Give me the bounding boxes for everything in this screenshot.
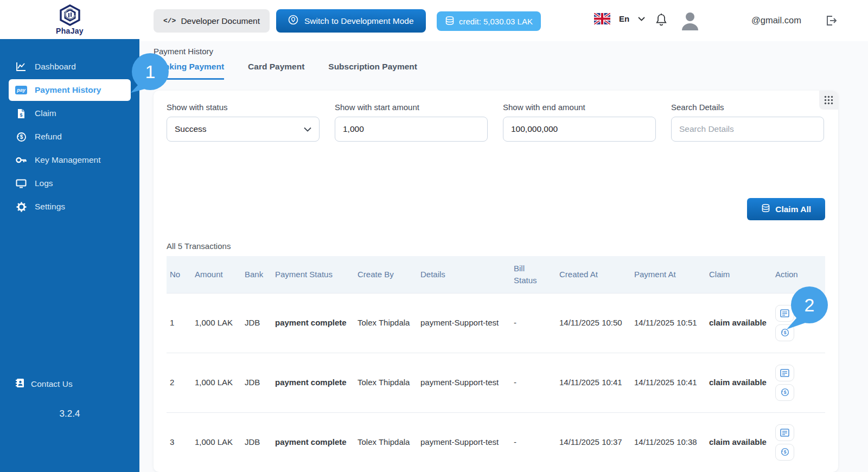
developer-document-button[interactable]: </> Developer Document [154,9,270,33]
search-details-label: Search Details [671,103,824,112]
refund-icon: $ [15,131,27,142]
credit-chip[interactable]: credit: 5,030.03 LAK [437,11,541,31]
col-no: No [167,256,190,293]
cell-details: payment-Support-test [416,353,509,412]
col-created-at: Created At [555,256,630,293]
end-amount-input[interactable] [503,117,656,142]
table-row: 21,000 LAKJDBpayment completeTolex Thipd… [167,353,825,412]
sidebar-item-contact-us[interactable]: Contact Us [9,378,79,390]
cell-create-by: Tolex Thipdala [353,293,416,353]
main-content: Payment History Banking Payment Card Pay… [139,41,868,472]
search-details-input[interactable] [671,117,824,142]
status-select[interactable]: Success [167,117,320,142]
contact-book-icon [15,378,24,390]
logout-icon[interactable] [825,14,838,29]
phajay-logo-icon [58,4,82,26]
cell-payment-at: 14/11/2025 10:38 [630,412,705,472]
sidebar-item-label: Claim [35,109,56,118]
svg-text:$: $ [783,330,786,335]
uk-flag-icon [594,13,610,24]
col-details: Details [416,256,509,293]
cell-payment-status: payment complete [271,412,353,472]
refund-button[interactable]: $ [775,444,794,461]
status-select-value: Success [175,124,207,134]
cell-bank: JDB [240,353,271,412]
start-amount-input[interactable] [335,117,488,142]
chart-line-icon [15,61,27,72]
cell-created-at: 14/11/2025 10:41 [555,353,630,412]
start-amount-label: Show with start amount [335,103,488,112]
sidebar-item-key-management[interactable]: Key Management [9,149,131,171]
cell-details: payment-Support-test [416,293,509,353]
switch-to-development-mode-button[interactable]: Switch to Development Mode [276,9,426,33]
cell-no: 3 [167,412,190,472]
filter-start-amount: Show with start amount [335,103,488,142]
sidebar-item-settings[interactable]: Settings [9,196,131,218]
svg-text:$: $ [20,112,22,117]
tab-card-payment[interactable]: Card Payment [248,62,304,80]
coins-icon [761,204,770,214]
claim-all-button[interactable]: Claim All [747,198,825,220]
claim-all-label: Claim All [775,205,811,214]
monitor-icon [15,178,27,189]
chevron-down-icon [304,127,311,132]
tab-subscription-payment[interactable]: Subscription Payment [328,62,417,80]
cell-no: 2 [167,353,190,412]
tab-banking-payment[interactable]: Banking Payment [154,62,224,80]
col-payment-at: Payment At [630,256,705,293]
notifications-bell-icon[interactable] [655,13,668,29]
cell-bill-status: - [509,353,555,412]
sidebar-item-logs[interactable]: Logs [9,173,131,194]
chevron-down-icon [638,17,645,21]
refund-button[interactable]: $ [775,384,794,401]
transactions-card: Show with status Success Show with start… [154,91,838,472]
mode-pin-icon [288,15,298,27]
table-row: 11,000 LAKJDBpayment completeTolex Thipd… [167,293,825,353]
sidebar-item-dashboard[interactable]: Dashboard [9,56,131,78]
sidebar-item-label: Settings [35,202,65,212]
sidebar-item-payment-history[interactable]: pay Payment History [9,79,131,101]
svg-text:$: $ [20,134,23,140]
cell-claim: claim available [705,293,771,353]
cell-payment-at: 14/11/2025 10:41 [630,353,705,412]
transactions-body: 11,000 LAKJDBpayment completeTolex Thipd… [167,293,825,472]
cell-bank: JDB [240,293,271,353]
sidebar-item-refund[interactable]: $ Refund [9,126,131,148]
filter-search-details: Search Details [671,103,824,142]
cell-bill-status: - [509,293,555,353]
cell-bill-status: - [509,412,555,472]
table-row: 31,000 LAKJDBpayment completeTolex Thipd… [167,412,825,472]
pay-icon: pay [15,85,27,95]
col-amount: Amount [190,256,240,293]
view-details-button[interactable] [775,365,794,381]
cell-action: $ [771,412,825,472]
developer-document-label: Developer Document [181,16,260,26]
filter-status: Show with status Success [167,103,320,142]
cell-created-at: 14/11/2025 10:37 [555,412,630,472]
status-filter-label: Show with status [167,103,320,112]
language-selector[interactable]: En [594,13,645,24]
table-header-row: No Amount Bank Payment Status Create By … [167,256,825,293]
sidebar-item-claim[interactable]: $ Claim [9,103,131,124]
svg-text:$: $ [783,390,786,395]
avatar[interactable] [679,10,701,31]
cell-details: payment-Support-test [416,412,509,472]
sidebar-item-label: Key Management [35,155,101,165]
cell-payment-status: payment complete [271,353,353,412]
transactions-table: No Amount Bank Payment Status Create By … [167,256,825,472]
sidebar-item-label: Refund [35,132,62,142]
view-details-button[interactable] [775,305,794,322]
transactions-summary: All 5 Transactions [167,241,231,251]
gear-icon [15,201,27,212]
switch-mode-label: Switch to Development Mode [304,16,414,26]
coins-icon [445,16,455,27]
cell-payment-at: 14/11/2025 10:51 [630,293,705,353]
cell-action: $ [771,293,825,353]
col-bill-status: Bill Status [509,256,555,293]
logo: PhaJay [0,0,139,39]
user-email: @gmail.com [751,15,801,25]
col-payment-status: Payment Status [271,256,353,293]
svg-text:$: $ [783,449,786,455]
view-details-button[interactable] [775,424,794,441]
refund-button[interactable]: $ [775,324,794,341]
